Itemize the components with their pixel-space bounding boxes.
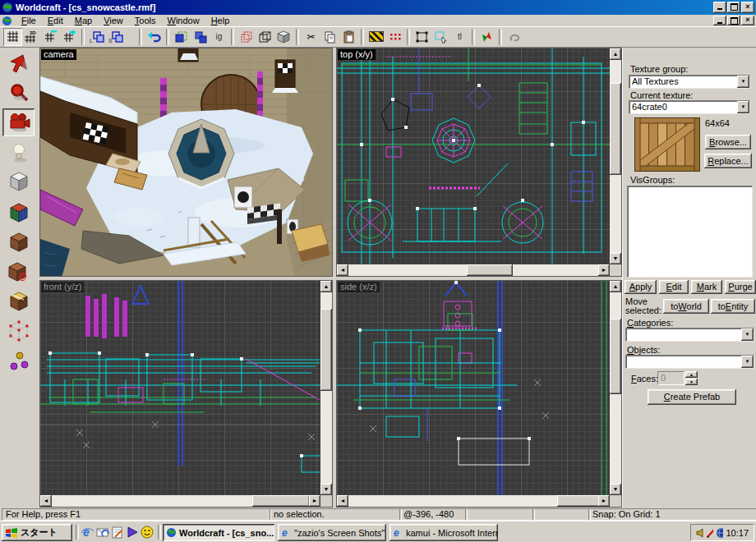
purge-button[interactable]: Purge: [725, 280, 756, 294]
mark-button[interactable]: Mark: [691, 280, 722, 294]
side-vertical-scrollbar[interactable]: ▲ ▼: [610, 281, 621, 495]
front-horizontal-scrollbar[interactable]: ◄ ►: [40, 495, 320, 507]
quicklaunch-messenger-icon[interactable]: [141, 526, 154, 539]
carve-button[interactable]: [172, 28, 191, 46]
scroll-left-arrow[interactable]: ◄: [337, 495, 348, 507]
undo-button[interactable]: [145, 28, 164, 46]
volume-icon[interactable]: [696, 527, 703, 539]
task-zazio[interactable]: e "zazio's Screen Shots" -...: [278, 524, 386, 541]
restore-button[interactable]: [727, 2, 740, 13]
create-prefab-button[interactable]: Create Prefab: [648, 389, 736, 405]
spinner-up-icon[interactable]: ▲: [685, 371, 698, 378]
chevron-down-icon[interactable]: ▼: [737, 76, 749, 88]
menu-help[interactable]: Help: [205, 15, 236, 26]
entity-tool-button[interactable]: [2, 138, 35, 166]
faces-count-field[interactable]: 0: [657, 371, 685, 385]
menu-view[interactable]: View: [98, 15, 129, 26]
cordon-button[interactable]: [366, 28, 385, 46]
hollow-button[interactable]: [237, 28, 256, 46]
child-close-button[interactable]: ×: [741, 16, 754, 25]
ignore-groups-button[interactable]: ig: [210, 28, 228, 46]
apply-button[interactable]: Apply: [625, 280, 657, 294]
solid-cube-button[interactable]: [274, 28, 293, 46]
front-viewport[interactable]: front (y/z) ▲ ▼ ◄ ►: [39, 280, 333, 508]
menu-edit[interactable]: Edit: [42, 15, 69, 26]
scroll-up-arrow[interactable]: ▲: [610, 281, 621, 292]
texture-lock-button[interactable]: tl: [450, 28, 469, 46]
cordon-edit-button[interactable]: [385, 28, 404, 46]
quicklaunch-editor-icon[interactable]: [111, 526, 124, 539]
to-world-button[interactable]: toWorld: [663, 299, 709, 314]
flip-button[interactable]: [477, 28, 496, 46]
visgroups-listbox[interactable]: [627, 186, 753, 278]
scroll-thumb[interactable]: [320, 309, 332, 391]
paste-button[interactable]: [339, 28, 358, 46]
scroll-down-arrow[interactable]: ▼: [610, 484, 621, 495]
pen-tablet-icon[interactable]: [706, 527, 713, 539]
scroll-thumb[interactable]: [252, 495, 310, 507]
toggle-3d-grid-button[interactable]: 3D: [22, 28, 41, 46]
objects-dropdown[interactable]: ▼: [625, 355, 754, 369]
selection-tool-button[interactable]: [2, 49, 35, 77]
chevron-down-icon[interactable]: ▼: [741, 328, 754, 341]
scroll-down-arrow[interactable]: ▼: [320, 484, 332, 495]
task-worldcraft[interactable]: Worldcraft - [cs_sno...: [163, 524, 274, 541]
categories-dropdown[interactable]: ▼: [625, 328, 754, 342]
group-button[interactable]: [191, 28, 210, 46]
current-texture-dropdown[interactable]: 64crate0 ▼: [629, 100, 750, 114]
apply-decals-tool-button[interactable]: @: [2, 258, 35, 286]
side-horizontal-scrollbar[interactable]: ◄ ►: [337, 495, 610, 507]
chevron-down-icon[interactable]: ▼: [741, 356, 754, 368]
menu-map[interactable]: Map: [69, 15, 98, 26]
task-kamui[interactable]: e kamui - Microsoft Intern...: [390, 524, 498, 541]
scroll-right-arrow[interactable]: ►: [598, 495, 610, 507]
run-map-button[interactable]: [505, 28, 523, 46]
scroll-right-arrow[interactable]: ►: [598, 264, 610, 276]
select-handles-button[interactable]: [413, 28, 431, 46]
menu-file[interactable]: File: [16, 15, 42, 26]
menu-tools[interactable]: Tools: [129, 15, 162, 26]
edit-button[interactable]: Edit: [659, 280, 689, 294]
child-minimize-button[interactable]: [713, 16, 726, 25]
scroll-down-arrow[interactable]: ▼: [610, 253, 621, 264]
scroll-left-arrow[interactable]: ◄: [40, 495, 52, 507]
camera-tool-button[interactable]: [2, 108, 35, 136]
cube-outline-button[interactable]: [256, 28, 274, 46]
magnify-tool-button[interactable]: [2, 79, 35, 107]
block-tool-button[interactable]: [2, 168, 35, 195]
camera-viewport[interactable]: camera: [39, 48, 333, 277]
front-vertical-scrollbar[interactable]: ▲ ▼: [320, 281, 332, 495]
scroll-up-arrow[interactable]: ▲: [320, 281, 332, 292]
scroll-thumb[interactable]: [467, 264, 513, 276]
toggle-grid-button[interactable]: [3, 28, 22, 46]
title-bar[interactable]: Worldcraft - [cs_snowcastle.rmf] ×: [0, 0, 756, 15]
scroll-right-arrow[interactable]: ►: [309, 495, 320, 507]
scroll-thumb[interactable]: [610, 319, 621, 394]
apply-texture-tool-button[interactable]: [2, 228, 35, 256]
scroll-thumb[interactable]: [610, 83, 621, 175]
group-large-button[interactable]: L: [87, 28, 106, 46]
browse-button[interactable]: Browse...: [705, 135, 751, 149]
quicklaunch-mediaplayer-icon[interactable]: [126, 526, 139, 539]
clipping-tool-button[interactable]: [2, 287, 35, 315]
vertex-tool-button[interactable]: [2, 317, 35, 345]
scroll-up-arrow[interactable]: ▲: [610, 48, 621, 60]
top-horizontal-scrollbar[interactable]: ◄ ►: [337, 264, 610, 276]
network-globe-icon[interactable]: [716, 527, 723, 539]
larger-grid-button[interactable]: [60, 28, 79, 46]
texture-group-dropdown[interactable]: All Textures ▼: [629, 75, 750, 89]
group-small-button[interactable]: S: [106, 28, 125, 46]
smaller-grid-button[interactable]: [41, 28, 60, 46]
cut-button[interactable]: ✂: [302, 28, 320, 46]
start-button[interactable]: スタート: [2, 524, 72, 541]
chevron-down-icon[interactable]: ▼: [737, 101, 749, 113]
select-cursor-button[interactable]: [431, 28, 450, 46]
replace-button[interactable]: Replace...: [704, 154, 752, 168]
faces-spinner[interactable]: ▲ ▼: [685, 371, 698, 385]
minimize-button[interactable]: [713, 2, 726, 13]
child-restore-button[interactable]: [727, 16, 740, 25]
scroll-left-arrow[interactable]: ◄: [337, 264, 348, 276]
close-button[interactable]: ×: [741, 2, 754, 13]
texture-application-tool-button[interactable]: [2, 199, 35, 227]
to-entity-button[interactable]: toEntity: [711, 299, 755, 314]
